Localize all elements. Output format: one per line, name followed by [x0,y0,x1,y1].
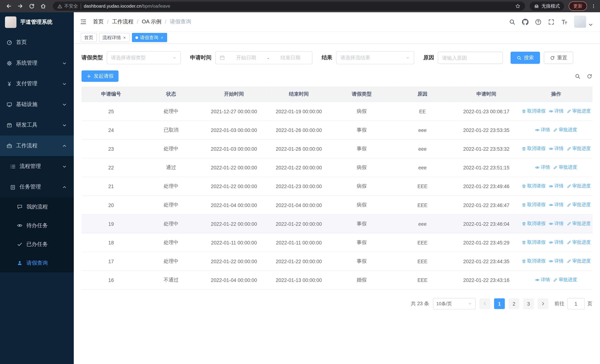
detail-link[interactable]: 详情 [549,183,563,189]
approval-progress-link[interactable]: 审批进度 [553,277,577,283]
security-warning[interactable]: 不安全 [57,3,78,9]
next-page-button[interactable] [538,299,548,309]
tag-close-icon[interactable] [123,36,126,39]
search-button[interactable]: 搜索 [510,52,540,64]
sidebar-item[interactable]: 首页 [0,32,74,53]
bookmark-star-icon[interactable] [515,3,521,9]
cancel-leave-link[interactable]: 取消请假 [521,258,545,264]
collapse-sidebar-icon[interactable] [80,18,87,25]
sidebar-item[interactable]: 研发工具 [0,115,74,135]
detail-link[interactable]: 详情 [549,146,563,152]
edit-icon [567,203,571,207]
table-row: 24已取消2022-01-03 00:00:002022-01-26 00:00… [82,121,592,139]
url-bar[interactable]: 不安全 dashboard.yudao.iocoder.cn/bpm/oa/le… [53,1,525,11]
approval-progress-link[interactable]: 审批进度 [567,239,591,246]
table-refresh-icon[interactable] [587,73,592,79]
cancel-leave-link[interactable]: 取消请假 [521,202,545,208]
logo[interactable]: 芋道管理系统 [0,12,74,32]
incognito-badge: 无痕模式 [530,1,564,11]
tag-item[interactable]: 请假查询 [132,33,167,42]
goto-page-input[interactable] [567,298,585,309]
sidebar-item[interactable]: 支付管理 [0,73,74,94]
reload-button[interactable] [27,1,37,11]
github-icon[interactable] [522,19,528,25]
sidebar-item[interactable]: 已办任务 [0,235,74,253]
search-icon[interactable] [509,19,516,25]
browser-menu-button[interactable] [591,3,596,9]
topbar: 首页/工作流程/OA 示例/请假查询 [74,12,600,32]
detail-link[interactable]: 详情 [549,202,563,208]
sidebar-item[interactable]: 工作流程 [0,135,74,156]
caret-up-icon [62,184,67,190]
page-button-3[interactable]: 3 [523,299,534,309]
approval-progress-link[interactable]: 审批进度 [553,164,577,171]
app-title: 芋道管理系统 [20,19,52,26]
breadcrumb-item[interactable]: 首页 [93,18,104,25]
back-button[interactable] [4,1,14,11]
result-select[interactable]: 请选择流结果 [336,51,414,64]
approval-progress-link[interactable]: 审批进度 [567,258,591,264]
table-cell-status: 处理中 [141,215,201,233]
tag-close-icon[interactable] [160,36,164,39]
table-cell-start: 2022-01-22 00:00:00 [201,252,266,271]
page-size-select[interactable]: 10条/页 [433,298,476,309]
eye-icon [535,128,540,132]
font-size-icon[interactable] [561,19,568,25]
detail-link[interactable]: 详情 [549,258,563,264]
breadcrumb-separator: / [107,19,109,25]
goto-page: 前往 页 [555,298,592,309]
browser-chrome: 不安全 dashboard.yudao.iocoder.cn/bpm/oa/le… [0,0,600,12]
cancel-leave-link[interactable]: 取消请假 [521,239,545,246]
table-row: 23处理中2022-01-03 00:00:002022-01-26 00:00… [82,139,592,158]
reason-input[interactable] [438,52,503,64]
tag-item[interactable]: 流程详情 [99,33,130,42]
column-header: 状态 [141,86,201,102]
home-button[interactable] [38,1,48,11]
detail-link[interactable]: 详情 [549,108,563,114]
sidebar-item[interactable]: 任务管理 [0,177,74,197]
approval-progress-link[interactable]: 审批进度 [567,108,591,114]
update-button[interactable]: 更新 [569,1,587,11]
avatar[interactable] [574,16,586,28]
detail-link[interactable]: 详情 [549,220,563,227]
user-menu[interactable] [574,16,594,28]
sidebar-item[interactable]: 系统管理 [0,53,74,73]
detail-link[interactable]: 详情 [535,127,550,133]
detail-link[interactable]: 详情 [535,277,550,283]
detail-link-label: 详情 [554,239,564,246]
help-icon[interactable] [535,19,542,25]
leave-type-select[interactable]: 请选择请假类型 [107,51,181,64]
total-count: 共 23 条 [411,300,429,307]
sidebar-item[interactable]: 请假查询 [0,253,74,272]
approval-progress-link[interactable]: 审批进度 [567,202,591,208]
cancel-leave-link[interactable]: 取消请假 [521,146,545,152]
breadcrumb-item[interactable]: 工作流程 [112,18,133,25]
table-cell-applied: 2022-01-22 23:46:04 [453,215,520,233]
page-button-2[interactable]: 2 [509,299,519,309]
approval-progress-link[interactable]: 审批进度 [553,127,577,133]
incognito-icon [534,3,539,9]
sidebar-item[interactable]: 基础设施 [0,94,74,115]
sidebar-item[interactable]: 待办任务 [0,216,74,235]
tag-label: 首页 [84,34,94,41]
tag-item[interactable]: 首页 [81,33,97,42]
sidebar-item[interactable]: 流程管理 [0,156,74,177]
table-search-icon[interactable] [575,73,581,79]
page-button-1[interactable]: 1 [494,299,505,309]
breadcrumb-item[interactable]: OA 示例 [142,18,161,25]
date-range-picker[interactable]: 开始日期 - 结束日期 [215,51,312,64]
approval-progress-link[interactable]: 审批进度 [567,220,591,227]
detail-link[interactable]: 详情 [535,164,550,171]
prev-page-button[interactable] [479,299,490,309]
create-leave-button[interactable]: 发起请假 [82,70,119,82]
detail-link[interactable]: 详情 [549,239,563,246]
reset-button[interactable]: 重置 [544,52,573,64]
cancel-leave-link[interactable]: 取消请假 [521,183,545,189]
approval-progress-link[interactable]: 审批进度 [567,146,591,152]
approval-progress-link[interactable]: 审批进度 [567,183,591,189]
sidebar-item[interactable]: 我的流程 [0,197,74,216]
fullscreen-icon[interactable] [548,19,554,25]
forward-button[interactable] [15,1,25,11]
cancel-leave-link[interactable]: 取消请假 [521,108,545,114]
cancel-leave-link[interactable]: 取消请假 [521,220,545,227]
